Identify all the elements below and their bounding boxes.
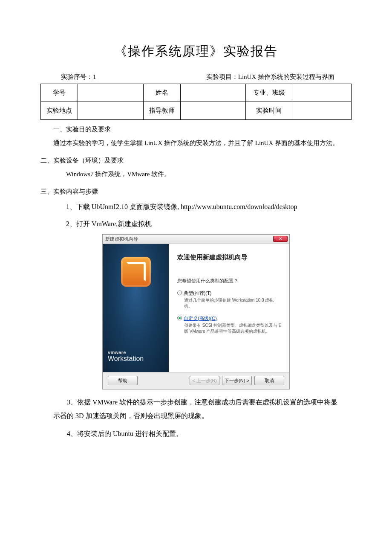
wizard-heading: 欢迎使用新建虚拟机向导 [177,253,282,262]
radio-icon [177,316,182,320]
cell-time-value [292,102,352,120]
help-button[interactable]: 帮助 [108,376,138,385]
wizard-sidebar: vmware Workstation [103,244,169,372]
info-table: 学号 姓名 专业、班级 实验地点 指导教师 实验时间 [40,84,352,120]
radio-custom[interactable]: 自定义(高级)(C) [177,315,282,322]
cell-location-value [78,102,143,120]
radio-typical[interactable]: 典型(推荐)(T) [177,290,282,296]
cell-student-id-value [78,84,143,102]
step-2: 2、打开 VmWare,新建虚拟机 [66,217,339,231]
section3-heading: 三、实验内容与步骤 [40,186,352,198]
experiment-project: 实验项目：LinUX 操作系统的安装过程与界面 [206,73,334,81]
section1-text: 通过本实验的学习，使学生掌握 LinUX 操作系统的安装方法，并且了解 LinU… [53,138,339,149]
cell-class-value [292,84,352,102]
radio-typical-label: 典型(推荐)(T) [184,290,211,296]
cell-teacher-label: 指导教师 [143,102,180,120]
section1-heading: 一、实验目的及要求 [53,124,339,135]
close-icon[interactable]: ✕ [273,236,288,242]
wizard-footer: 帮助 < 上一步(B) 下一步(N) > 取消 [103,372,289,389]
radio-custom-desc: 创建带有 SCSI 控制器类型、虚拟磁盘类型以及与旧版 VMware 产品兼容性… [184,323,282,334]
wizard-content: 欢迎使用新建虚拟机向导 您希望使用什么类型的配置？ 典型(推荐)(T) 通过几个… [169,244,289,372]
cell-teacher-value [181,102,246,120]
cell-class-label: 专业、班级 [246,84,292,102]
wizard-window-title: 新建虚拟机向导 [105,236,138,242]
brand-workstation: Workstation [108,355,169,363]
cancel-button[interactable]: 取消 [254,376,284,385]
experiment-meta-line: 实验序号：1 实验项目：LinUX 操作系统的安装过程与界面 [58,73,334,81]
cell-student-id-label: 学号 [41,84,78,102]
next-button[interactable]: 下一步(N) > [222,376,252,385]
table-row: 学号 姓名 专业、班级 [41,84,352,102]
cell-location-label: 实验地点 [41,102,78,120]
vmware-logo-icon [121,257,151,287]
wizard-question: 您希望使用什么类型的配置？ [177,278,282,284]
cell-name-value [181,84,246,102]
section2-heading: 二、实验设备（环境）及要求 [40,155,352,166]
step-1: 1、下载 UbUnmI2.10 桌面版安装镜像, http://www.ubun… [66,200,339,214]
step-4: 4、将安装后的 Ubuntu 进行相关配置。 [53,427,339,441]
radio-typical-desc: 通过几个简单的步骤创建 Workstation 10.0 虚拟机。 [184,297,282,309]
wizard-titlebar: 新建虚拟机向导 ✕ [103,235,289,244]
table-row: 实验地点 指导教师 实验时间 [41,102,352,120]
section2-text: Windows7 操作系统，VMware 软件。 [66,169,352,180]
page-title: 《操作系统原理》实验报告 [40,43,352,60]
brand-vmware: vmware [108,350,169,355]
experiment-seq: 实验序号：1 [58,73,96,81]
cell-time-label: 实验时间 [246,102,292,120]
radio-custom-label: 自定义(高级)(C) [184,315,217,322]
radio-icon [177,291,182,295]
step-3: 3、依据 VMWare 软件的提示一步步创建，注意创建成功后需要在虚拟机设置的选… [53,395,339,423]
cell-name-label: 姓名 [143,84,180,102]
back-button[interactable]: < 上一步(B) [190,376,219,385]
vmware-wizard-window: 新建虚拟机向导 ✕ vmware Workstation 欢迎使用新建虚拟机向导… [102,234,290,389]
